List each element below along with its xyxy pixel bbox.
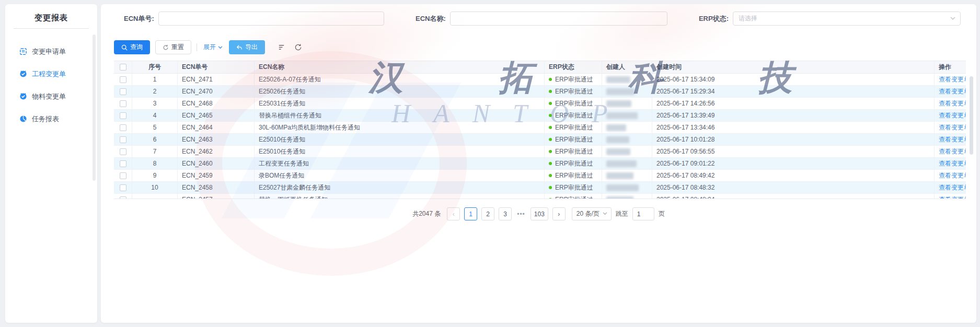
ecn-name-cell: E25026-A-07任务通知: [255, 74, 545, 85]
view-change-order-link[interactable]: 查看变更单: [939, 159, 966, 168]
table-body: 1 ECN_2471 E25026-A-07任务通知 ERP审批通过 2025-…: [114, 74, 966, 199]
status-dot: [549, 186, 552, 189]
view-change-order-link[interactable]: 查看变更单: [939, 135, 966, 144]
row-checkbox[interactable]: [120, 160, 126, 167]
status-text: ERP审批通过: [555, 171, 593, 180]
table-scrollbar[interactable]: [970, 76, 973, 155]
view-change-order-link[interactable]: 查看变更单: [939, 87, 966, 96]
row-checkbox[interactable]: [120, 148, 126, 155]
creator-cell: [602, 122, 652, 133]
refresh-circle-icon[interactable]: [294, 43, 303, 52]
page-button-2[interactable]: 2: [481, 207, 494, 220]
created-at-cell: 2025-06-17 13:34:46: [652, 122, 935, 133]
select-all-checkbox[interactable]: [120, 64, 126, 71]
creator-cell: [602, 158, 652, 169]
ecn-name-cell: E25031任务通知: [255, 98, 545, 109]
creator-redacted: [606, 100, 631, 107]
ecn-name-cell: 30L-60MPa均质机新增物料任务通知: [255, 122, 545, 133]
sidebar-item-material-change[interactable]: 物料变更单: [5, 85, 97, 108]
erp-status-placeholder: 请选择: [739, 14, 757, 23]
seq-cell: 10: [132, 182, 178, 193]
action-cell: 查看变更单: [935, 194, 966, 199]
view-change-order-link[interactable]: 查看变更单: [939, 75, 966, 84]
status-dot: [549, 198, 552, 199]
row-checkbox-cell: [114, 86, 132, 97]
row-checkbox[interactable]: [120, 136, 126, 143]
view-change-order-link[interactable]: 查看变更单: [939, 171, 966, 180]
creator-redacted: [606, 124, 626, 131]
creator-cell: [602, 146, 652, 157]
row-checkbox-cell: [114, 182, 132, 193]
export-arrow-icon: [236, 44, 243, 51]
status-text: ERP审批通过: [555, 75, 593, 84]
ecn-name-cell: 替换、图纸更换任务通知: [255, 194, 545, 199]
view-change-order-link[interactable]: 查看变更单: [939, 99, 966, 108]
page-button-3[interactable]: 3: [499, 207, 512, 220]
row-checkbox[interactable]: [120, 184, 126, 191]
row-checkbox[interactable]: [120, 196, 126, 200]
creator-cell: [602, 98, 652, 109]
status-dot: [549, 150, 552, 153]
creator-cell: [602, 110, 652, 121]
view-change-order-link[interactable]: 查看变更单: [939, 123, 966, 132]
ecn-no-cell: ECN_2468: [178, 98, 255, 109]
view-change-order-link[interactable]: 查看变更单: [939, 111, 966, 120]
row-checkbox[interactable]: [120, 112, 126, 119]
seq-cell: 1: [132, 74, 178, 85]
col-action: 操作: [935, 61, 966, 73]
ecn-no-label: ECN单号:: [124, 14, 154, 24]
row-checkbox[interactable]: [120, 88, 126, 95]
sidebar-item-label: 任务报表: [32, 114, 59, 124]
seq-cell: 9: [132, 170, 178, 181]
reset-button-label: 重置: [171, 43, 184, 52]
row-checkbox[interactable]: [120, 76, 126, 83]
ecn-no-cell: ECN_2471: [178, 74, 255, 85]
row-checkbox[interactable]: [120, 172, 126, 179]
status-dot: [549, 78, 552, 81]
view-change-order-link[interactable]: 查看变更单: [939, 195, 966, 200]
row-checkbox[interactable]: [120, 100, 126, 107]
erp-status-cell: ERP审批通过: [545, 98, 602, 109]
ecn-name-cell: E25010任务通知: [255, 134, 545, 145]
status-text: ERP审批通过: [555, 87, 593, 96]
erp-status-cell: ERP审批通过: [545, 170, 602, 181]
ecn-no-cell: ECN_2465: [178, 110, 255, 121]
ecn-no-cell: ECN_2459: [178, 170, 255, 181]
row-checkbox[interactable]: [120, 124, 126, 131]
page-ellipsis[interactable]: •••: [516, 211, 526, 218]
ecn-name-cell: 替换吊桶组件任务通知: [255, 110, 545, 121]
page-button-last[interactable]: 103: [531, 207, 548, 220]
filter-bar: ECN单号: ECN名称: ERP状态: 请选择: [101, 4, 976, 26]
col-erp-status: ERP状态: [545, 61, 602, 73]
table-row: 10 ECN_2458 E25027甘肃金麟任务通知 ERP审批通过 2025-…: [114, 182, 966, 194]
sidebar-item-change-request[interactable]: 变更申请单: [5, 40, 97, 63]
erp-status-select[interactable]: 请选择: [733, 11, 961, 26]
page-button-1[interactable]: 1: [464, 207, 477, 220]
sidebar-item-task-report[interactable]: 任务报表: [5, 108, 97, 130]
search-button[interactable]: 查询: [114, 40, 150, 54]
page-size-select[interactable]: 20 条/页: [572, 207, 612, 220]
sidebar-item-engineering-change[interactable]: 工程变更单: [5, 63, 97, 85]
view-change-order-link[interactable]: 查看变更单: [939, 147, 966, 156]
creator-cell: [602, 170, 652, 181]
ecn-no-cell: ECN_2460: [178, 158, 255, 169]
export-button[interactable]: 导出: [229, 40, 265, 54]
row-checkbox-cell: [114, 146, 132, 157]
next-page-button[interactable]: ›: [552, 207, 566, 220]
ecn-no-cell: ECN_2464: [178, 122, 255, 133]
created-at-cell: 2025-06-17 08:49:42: [652, 170, 935, 181]
prev-page-button[interactable]: ‹: [447, 207, 460, 220]
ecn-name-input[interactable]: [450, 11, 667, 26]
col-creator: 创建人: [602, 61, 652, 73]
erp-status-cell: ERP审批通过: [545, 74, 602, 85]
table-tools: [278, 43, 303, 52]
density-lines-icon[interactable]: [278, 43, 286, 52]
reset-button[interactable]: 重置: [155, 40, 191, 54]
ecn-no-input[interactable]: [158, 11, 384, 26]
status-dot: [549, 138, 552, 141]
jump-page-input[interactable]: [632, 207, 654, 220]
view-change-order-link[interactable]: 查看变更单: [939, 183, 966, 192]
expand-toggle[interactable]: 展开: [203, 43, 223, 52]
sidebar-scrollbar[interactable]: [93, 34, 96, 181]
row-checkbox-cell: [114, 110, 132, 121]
